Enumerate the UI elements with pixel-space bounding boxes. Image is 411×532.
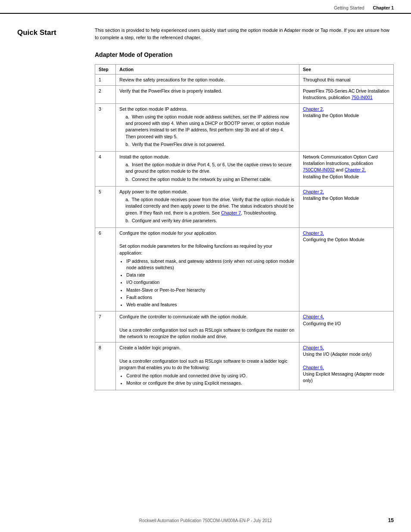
step-number: 7 bbox=[95, 311, 116, 342]
action-cell: Configure the option module for your app… bbox=[116, 227, 299, 311]
left-column: Quick Start bbox=[17, 27, 95, 390]
table-row: 5 Apply power to the option module. a. T… bbox=[95, 186, 394, 227]
step-number: 3 bbox=[95, 103, 116, 151]
subsection-title: Adapter Mode of Operation bbox=[95, 51, 394, 58]
link-chapter3[interactable]: Chapter 3, bbox=[303, 230, 324, 236]
see-cell: Throughout this manual bbox=[299, 75, 394, 86]
step-number: 5 bbox=[95, 186, 116, 227]
header-chapter: Chapter 1 bbox=[373, 5, 394, 10]
col-header-step: Step bbox=[95, 65, 116, 75]
table-row: 8 Create a ladder logic program. Use a c… bbox=[95, 342, 394, 390]
list-item: Data rate bbox=[126, 272, 296, 278]
list-item: Web enable and features bbox=[126, 302, 296, 308]
link-chapter2-row4[interactable]: Chapter 2, bbox=[345, 167, 366, 172]
action-cell: Set the option module IP address. a. Whe… bbox=[116, 103, 299, 151]
col-header-see: See bbox=[299, 65, 394, 75]
link-chapter5[interactable]: Chapter 5, bbox=[303, 345, 324, 350]
action-cell: Install the option module. a. Insert the… bbox=[116, 151, 299, 186]
step-number: 8 bbox=[95, 342, 116, 390]
list-item: Master-Slave or Peer-to-Peer hierarchy bbox=[126, 287, 296, 293]
see-cell: Chapter 5, Using the I/O (Adapter mode o… bbox=[299, 342, 394, 390]
list-item: Monitor or configure the drive by using … bbox=[126, 380, 296, 386]
right-column: This section is provided to help experie… bbox=[95, 27, 394, 390]
action-cell: Verify that the PowerFlex drive is prope… bbox=[116, 86, 299, 103]
sub-item-b: b. Configure and verify key drive parame… bbox=[119, 218, 296, 224]
list-item: IP address, subnet mask, and gateway add… bbox=[126, 258, 296, 271]
sub-item-b: b. Verify that the PowerFlex drive is no… bbox=[119, 141, 296, 148]
step-number: 4 bbox=[95, 151, 116, 186]
quick-start-table: Step Action See 1 Review the safety prec… bbox=[95, 64, 394, 390]
bullet-list-row6: IP address, subnet mask, and gateway add… bbox=[119, 258, 296, 308]
sub-item-a: a. When using the option module node add… bbox=[119, 114, 296, 140]
action-cell: Configure the controller to communicate … bbox=[116, 311, 299, 342]
action-cell: Review the safety precautions for the op… bbox=[116, 75, 299, 86]
table-row: 4 Install the option module. a. Insert t… bbox=[95, 151, 394, 186]
list-item: I/O configuration bbox=[126, 279, 296, 286]
page-header: Getting Started Chapter 1 bbox=[0, 0, 411, 14]
table-row: 1 Review the safety precautions for the … bbox=[95, 75, 394, 86]
step-number: 6 bbox=[95, 227, 116, 311]
see-cell: PowerFlex 750-Series AC Drive Installati… bbox=[299, 86, 394, 103]
header-getting-started: Getting Started bbox=[334, 5, 364, 10]
page-footer: Rockwell Automation Publication 750COM-U… bbox=[0, 517, 411, 523]
bullet-list-row8: Control the option module and connected … bbox=[119, 373, 296, 386]
step-number: 1 bbox=[95, 75, 116, 86]
link-chapter6[interactable]: Chapter 6, bbox=[303, 365, 324, 370]
link-chapter2-row5[interactable]: Chapter 2, bbox=[303, 189, 324, 194]
see-cell: Chapter 2,Installing the Option Module bbox=[299, 103, 394, 151]
see-cell: Chapter 3,Configuring the Option Module bbox=[299, 227, 394, 311]
see-cell: Chapter 4,Configuring the I/O bbox=[299, 311, 394, 342]
sub-item-a: a. The option module receives power from… bbox=[119, 196, 296, 216]
list-item: Fault actions bbox=[126, 294, 296, 301]
sub-item-b: b. Connect the option module to the netw… bbox=[119, 176, 296, 183]
link-chapter2-row3[interactable]: Chapter 2, bbox=[303, 106, 324, 112]
table-row: 2 Verify that the PowerFlex drive is pro… bbox=[95, 86, 394, 103]
sub-item-a: a. Insert the option module in drive Por… bbox=[119, 162, 296, 174]
col-header-action: Action bbox=[116, 65, 299, 75]
section-title: Quick Start bbox=[17, 28, 86, 37]
step-number: 2 bbox=[95, 86, 116, 103]
see-cell: Network Communication Option Card Instal… bbox=[299, 151, 394, 186]
table-row: 7 Configure the controller to communicat… bbox=[95, 311, 394, 342]
main-content: Quick Start This section is provided to … bbox=[0, 14, 411, 399]
table-row: 3 Set the option module IP address. a. W… bbox=[95, 103, 394, 151]
link-750com-in002[interactable]: 750COM-IN002 bbox=[303, 167, 335, 172]
action-cell: Create a ladder logic program. Use a con… bbox=[116, 342, 299, 390]
footer-publication: Rockwell Automation Publication 750COM-U… bbox=[112, 518, 300, 523]
list-item: Control the option module and connected … bbox=[126, 373, 296, 379]
link-chapter4[interactable]: Chapter 4, bbox=[303, 314, 324, 319]
footer-page-number: 15 bbox=[300, 517, 394, 523]
link-chapter7[interactable]: Chapter 7 bbox=[221, 210, 241, 215]
action-cell: Apply power to the option module. a. The… bbox=[116, 186, 299, 227]
page: Getting Started Chapter 1 Quick Start Th… bbox=[0, 0, 411, 532]
table-row: 6 Configure the option module for your a… bbox=[95, 227, 394, 311]
link-750-in001[interactable]: 750-IN001 bbox=[352, 95, 373, 100]
see-cell: Chapter 2,Installing the Option Module bbox=[299, 186, 394, 227]
intro-paragraph: This section is provided to help experie… bbox=[95, 27, 394, 41]
